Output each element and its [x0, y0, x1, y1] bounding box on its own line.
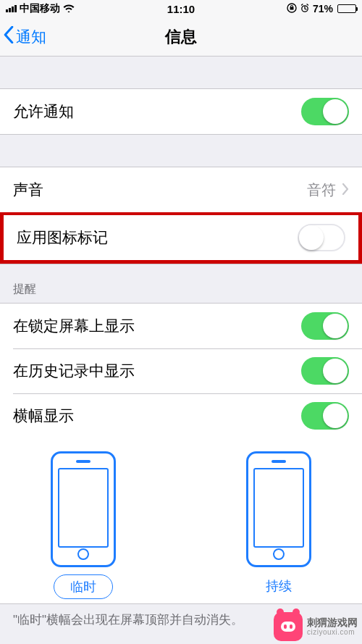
- show-banners-row: 横幅显示: [0, 393, 362, 438]
- alarm-icon: [300, 3, 310, 15]
- badge-app-icon-row: 应用图标标记: [4, 215, 358, 260]
- banner-style-temporary[interactable]: 临时: [51, 451, 116, 599]
- sounds-value: 音符: [307, 180, 336, 200]
- nav-header: 通知 信息: [0, 17, 362, 57]
- highlight-annotation: 应用图标标记: [0, 212, 362, 264]
- allow-notifications-toggle[interactable]: [301, 98, 349, 125]
- show-in-history-row: 在历史记录中显示: [0, 348, 362, 393]
- show-on-lock-row: 在锁定屏幕上显示: [0, 304, 362, 348]
- phone-illustration-icon: [51, 451, 116, 567]
- signal-icon: [6, 5, 17, 12]
- show-on-lock-label: 在锁定屏幕上显示: [13, 316, 135, 336]
- alerts-section-header: 提醒: [0, 264, 362, 303]
- show-in-history-toggle[interactable]: [301, 357, 349, 385]
- show-banners-label: 横幅显示: [13, 406, 74, 426]
- watermark: 刺猬游戏网 ciziyouxi.com: [274, 612, 358, 641]
- back-label: 通知: [16, 27, 46, 47]
- sounds-row[interactable]: 声音 音符: [0, 167, 362, 212]
- watermark-logo-icon: [274, 612, 303, 641]
- sounds-label: 声音: [13, 180, 43, 200]
- battery-icon: [337, 4, 356, 13]
- page-title: 信息: [165, 26, 197, 48]
- allow-notifications-row: 允许通知: [0, 89, 362, 134]
- orientation-lock-icon: [287, 3, 297, 15]
- watermark-name: 刺猬游戏网: [307, 617, 358, 628]
- wifi-icon: [63, 4, 75, 14]
- watermark-url: ciziyouxi.com: [307, 628, 358, 636]
- badge-app-icon-label: 应用图标标记: [17, 227, 108, 248]
- show-in-history-label: 在历史记录中显示: [13, 361, 135, 381]
- battery-percent: 71%: [313, 3, 333, 14]
- show-on-lock-toggle[interactable]: [301, 312, 349, 340]
- chevron-left-icon: [3, 26, 14, 47]
- carrier-label: 中国移动: [20, 2, 60, 15]
- badge-app-icon-toggle[interactable]: [298, 224, 345, 251]
- chevron-right-icon: [342, 182, 349, 198]
- banner-style-row: 临时 持续: [0, 438, 362, 603]
- allow-notifications-label: 允许通知: [13, 101, 74, 122]
- banner-persistent-label: 持续: [250, 574, 308, 598]
- show-banners-toggle[interactable]: [301, 402, 349, 430]
- back-button[interactable]: 通知: [3, 17, 46, 56]
- status-bar: 中国移动 11:10 71%: [0, 0, 362, 17]
- phone-illustration-icon: [246, 451, 311, 567]
- banner-style-persistent[interactable]: 持续: [246, 451, 311, 599]
- banner-temporary-label: 临时: [54, 574, 113, 599]
